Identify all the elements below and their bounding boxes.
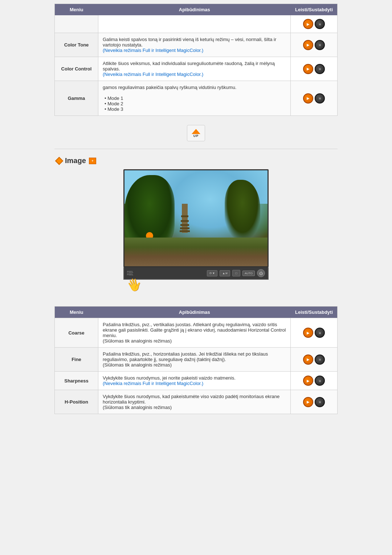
play-button[interactable]: ▶ <box>303 328 313 338</box>
col-header-action: Leisti/Sustabdyti <box>291 307 338 318</box>
action-buttons: ▶ ■ <box>295 40 333 50</box>
garden-scene <box>124 170 268 266</box>
ctrl-group-main: ⟳▼ ▲/¥ □ AUTO ⏻ <box>207 269 265 277</box>
monitor-area: FEEL FEEL ⟳▼ ▲/¥ □ AUTO ⏻ <box>54 169 338 292</box>
ctrl-label-area: FEEL FEEL <box>127 271 134 276</box>
play-button[interactable]: ▶ <box>303 64 313 74</box>
menu-label: Color Tone <box>64 42 89 48</box>
ground <box>124 238 268 266</box>
row-link[interactable]: (Neveikia režimais Full ir Intelligent M… <box>103 48 203 53</box>
stop-button[interactable]: ■ <box>315 19 325 29</box>
action-buttons: ▶ ■ <box>295 19 333 29</box>
row-desc: gamos reguliavimas pakeičia spalvų ryšku… <box>103 85 236 90</box>
table-row: Color Control Atlikite šiuos veiksmus, k… <box>55 57 338 81</box>
stop-button[interactable]: ■ <box>315 397 325 407</box>
hand-cursor-icon: 🖐 <box>125 276 144 293</box>
col-header-menu: Meniu <box>55 307 98 318</box>
stop-button[interactable]: ■ <box>315 93 325 104</box>
ctrl-btn-display[interactable]: □ <box>232 270 240 276</box>
menu-label: Gamma <box>68 96 85 101</box>
row-link[interactable]: (Neveikia režimais Full ir Intelligent M… <box>103 72 203 77</box>
section-divider <box>54 149 338 149</box>
table-row: Color Tone Galima keisti spalvos toną ir… <box>55 33 338 57</box>
monitor-screen <box>123 169 269 267</box>
up-button[interactable]: UP <box>187 125 205 141</box>
color-settings-table: Meniu Apibūdinimas Leisti/Sustabdyti ▶ ■ <box>54 4 338 116</box>
gamma-mode-2: Mode 2 <box>105 101 286 106</box>
col-header-action: Leisti/Sustabdyti <box>291 4 338 16</box>
table-row: Gamma gamos reguliavimas pakeičia spalvų… <box>55 81 338 116</box>
play-button[interactable]: ▶ <box>303 19 313 29</box>
action-buttons: ▶ ■ <box>295 328 333 338</box>
image-section-title: Image <box>65 157 86 165</box>
action-buttons: ▶ ■ <box>295 355 333 365</box>
stop-button[interactable]: ■ <box>315 328 325 338</box>
diamond-icon <box>55 157 64 165</box>
row-desc: Atlikite šiuos veiksmus, kad individuali… <box>103 61 275 72</box>
row-desc: Vykdykite šiuos nurodymus, kad pakeistum… <box>103 394 279 405</box>
row-note: (Siūlomas tik analoginis režimas) <box>103 362 172 368</box>
action-buttons: ▶ ■ <box>295 64 333 74</box>
table-row: H-Position Vykdykite šiuos nurodymus, ka… <box>55 390 338 414</box>
edit-icon[interactable]: + <box>89 158 96 164</box>
hand-area: 🖐 <box>123 278 269 292</box>
table-row: Fine Pašalina trikdžius, pvz., horizonta… <box>55 348 338 372</box>
action-buttons: ▶ ■ <box>295 93 333 104</box>
row-desc: Vykdykite šiuos nurodymus, jei norite pa… <box>103 375 236 381</box>
play-button[interactable]: ▶ <box>303 397 313 407</box>
ctrl-btn-rotate[interactable]: ⟳▼ <box>207 270 217 276</box>
row-desc: Pašalina trikdžius, pvz., vertikalias ju… <box>103 322 286 338</box>
table-row: Sharpness Vykdykite šiuos nurodymus, jei… <box>55 372 338 390</box>
ctrl-group-left: FEEL FEEL <box>127 271 134 276</box>
play-button[interactable]: ▶ <box>303 93 313 104</box>
action-buttons: ▶ ■ <box>295 397 333 407</box>
menu-label: Fine <box>72 357 81 362</box>
ctrl-btn-adjust[interactable]: ▲/¥ <box>220 270 230 276</box>
menu-label: Coarse <box>68 330 84 336</box>
gamma-mode-1: Mode 1 <box>105 96 286 101</box>
col-header-menu: Meniu <box>55 4 98 16</box>
pagoda-tower <box>182 204 188 233</box>
row-link[interactable]: (Neveikia režimais Full ir Intelligent M… <box>103 381 203 386</box>
image-section: Image + <box>54 155 338 306</box>
row-desc: Pašalina trikdžius, pvz., horizontalias … <box>103 351 268 362</box>
stop-button[interactable]: ■ <box>315 40 325 50</box>
up-label: UP <box>193 134 199 138</box>
menu-label: H-Position <box>65 399 88 405</box>
ctrl-btn-power[interactable]: ⏻ <box>257 269 265 277</box>
action-buttons: ▶ ■ <box>295 376 333 386</box>
menu-label: Sharpness <box>64 378 88 384</box>
row-desc: Galima keisti spalvos toną ir pasirinkti… <box>103 37 276 48</box>
col-header-desc: Apibūdinimas <box>98 4 291 16</box>
monitor-wrapper: FEEL FEEL ⟳▼ ▲/¥ □ AUTO ⏻ <box>123 169 269 292</box>
table-row: ▶ ■ <box>55 15 338 33</box>
gamma-modes: Mode 1 Mode 2 Mode 3 <box>103 96 286 112</box>
play-button[interactable]: ▶ <box>303 376 313 386</box>
ctrl-feel-label2: FEEL <box>127 273 134 276</box>
stop-button[interactable]: ■ <box>315 64 325 74</box>
col-header-desc: Apibūdinimas <box>98 307 291 318</box>
menu-label: Color Control <box>61 66 92 72</box>
stop-button[interactable]: ■ <box>315 376 325 386</box>
image-section-header: Image + <box>54 157 338 165</box>
up-button-area: UP <box>54 119 338 147</box>
image-settings-table: Meniu Apibūdinimas Leisti/Sustabdyti Coa… <box>54 306 338 414</box>
ctrl-feel-label: FEEL <box>127 271 134 273</box>
row-note: (Siūlomas tik analoginis režimas) <box>103 405 172 410</box>
stop-button[interactable]: ■ <box>315 355 325 365</box>
gamma-mode-3: Mode 3 <box>105 106 286 112</box>
ctrl-btn-auto[interactable]: AUTO <box>242 271 255 276</box>
up-arrow-icon <box>192 129 200 134</box>
play-button[interactable]: ▶ <box>303 40 313 50</box>
play-button[interactable]: ▶ <box>303 355 313 365</box>
tree-right <box>225 180 261 237</box>
table-row: Coarse Pašalina trikdžius, pvz., vertika… <box>55 318 338 348</box>
row-note: (Siūlomas tik analoginis režimas) <box>103 338 172 344</box>
